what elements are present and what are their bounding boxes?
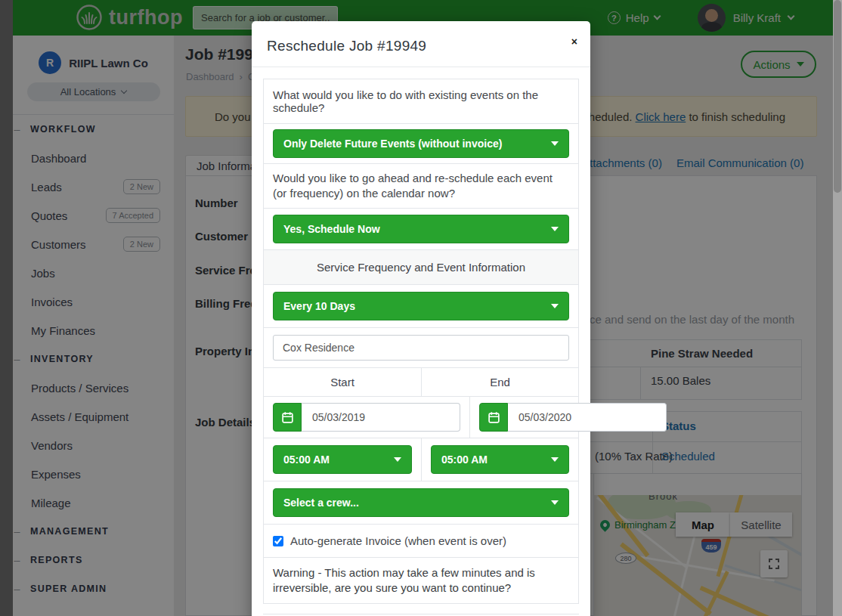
reschedule-job-modal: Reschedule Job #19949 × What would you l…	[252, 21, 590, 616]
scrollbar-thumb[interactable]	[834, 0, 841, 193]
section-header-frequency: Service Frequency and Event Information	[263, 249, 579, 285]
calendar-icon-button[interactable]	[273, 403, 302, 432]
calendar-icon	[488, 411, 500, 424]
auto-generate-invoice-checkbox[interactable]	[273, 536, 283, 546]
caret-down-icon	[551, 227, 559, 231]
close-icon[interactable]: ×	[571, 36, 577, 47]
modal-title: Reschedule Job #19949	[267, 38, 575, 54]
end-date-input[interactable]	[508, 403, 667, 432]
warning-text: Warning - This action may take a few min…	[263, 557, 579, 604]
calendar-icon	[281, 411, 294, 424]
end-date-group	[479, 403, 667, 432]
calendar-icon-button[interactable]	[479, 403, 508, 432]
page-scrollbar	[833, 0, 842, 616]
start-date-group	[273, 403, 460, 432]
question-reschedule: Would you like to go ahead and re-schedu…	[263, 163, 579, 209]
frequency-select[interactable]: Every 10 Days	[273, 292, 569, 320]
auto-generate-invoice-label: Auto-generate Invoice (when event is ove…	[290, 534, 506, 547]
modal-body: What would you like to do with existing …	[252, 67, 590, 616]
existing-events-select[interactable]: Only Delete Future Events (without invoi…	[273, 129, 569, 158]
event-name-input[interactable]	[273, 335, 569, 361]
start-date-input[interactable]	[302, 403, 460, 432]
end-time-select[interactable]: 05:00 AM	[431, 445, 569, 474]
caret-down-icon	[394, 457, 401, 462]
page: turfhop ? Help Billy Kraft R RIIPL Lawn …	[0, 0, 842, 616]
reschedule-now-select[interactable]: Yes, Schedule Now	[273, 215, 569, 243]
caret-down-icon	[551, 500, 559, 505]
caret-down-icon	[551, 457, 559, 462]
modal-header: Reschedule Job #19949 ×	[252, 21, 590, 67]
question-existing-events: What would you like to do with existing …	[263, 79, 579, 124]
caret-down-icon	[551, 141, 559, 146]
crew-select[interactable]: Select a crew...	[273, 488, 569, 517]
caret-down-icon	[551, 304, 559, 308]
start-column-header: Start	[264, 368, 421, 396]
end-column-header: End	[421, 368, 578, 396]
start-time-select[interactable]: 05:00 AM	[273, 445, 412, 474]
